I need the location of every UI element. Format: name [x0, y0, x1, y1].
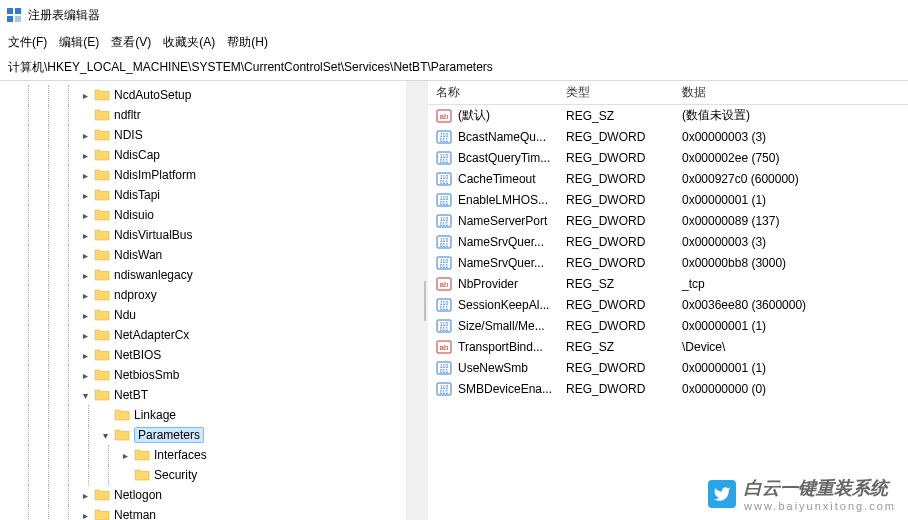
svg-text:ab: ab [440, 112, 449, 121]
tree-item[interactable]: Security [0, 465, 422, 485]
chevron-right-icon[interactable]: ▸ [118, 448, 132, 462]
value-data: 0x00000001 (1) [674, 319, 908, 333]
chevron-right-icon[interactable]: ▸ [78, 328, 92, 342]
value-row[interactable]: 110011NameSrvQuer...REG_DWORD0x00000bb8 … [428, 252, 908, 273]
tree-label: NcdAutoSetup [114, 88, 191, 102]
value-row[interactable]: 110011Size/Small/Me...REG_DWORD0x0000000… [428, 315, 908, 336]
tree-item[interactable]: ▸Interfaces [0, 445, 422, 465]
tree-pane[interactable]: ▸NcdAutoSetupndfltr▸NDIS▸NdisCap▸NdisImP… [0, 81, 422, 520]
svg-text:ab: ab [440, 280, 449, 289]
folder-icon [134, 447, 150, 463]
value-row[interactable]: abNbProviderREG_SZ_tcp [428, 273, 908, 294]
chevron-right-icon[interactable]: ▸ [78, 268, 92, 282]
tree-item[interactable]: ▾Parameters [0, 425, 422, 445]
col-type[interactable]: 类型 [558, 84, 674, 101]
value-name: BcastNameQu... [458, 130, 546, 144]
binary-value-icon: 110011 [436, 171, 452, 187]
svg-text:011: 011 [440, 305, 449, 311]
chevron-right-icon[interactable]: ▸ [78, 368, 92, 382]
value-type: REG_DWORD [558, 256, 674, 270]
tree-item[interactable]: ▸NdisWan [0, 245, 422, 265]
tree-item[interactable]: ▾NetBT [0, 385, 422, 405]
value-data: 0x00000000 (0) [674, 382, 908, 396]
value-row[interactable]: 110011NameSrvQuer...REG_DWORD0x00000003 … [428, 231, 908, 252]
menu-edit[interactable]: 编辑(E) [59, 34, 99, 51]
tree-item[interactable]: ▸Ndisuio [0, 205, 422, 225]
chevron-down-icon[interactable]: ▾ [78, 388, 92, 402]
menu-fav[interactable]: 收藏夹(A) [163, 34, 215, 51]
list-pane[interactable]: 名称 类型 数据 ab(默认)REG_SZ(数值未设置)110011BcastN… [428, 81, 908, 520]
watermark: 白云一键重装系统 www.baiyunxitong.com [708, 476, 896, 512]
tree-item[interactable]: ▸NdisImPlatform [0, 165, 422, 185]
watermark-text: 白云一键重装系统 www.baiyunxitong.com [744, 476, 896, 512]
chevron-right-icon[interactable]: ▸ [78, 148, 92, 162]
tree-item[interactable]: ▸Netman [0, 505, 422, 520]
value-name-cell: 110011BcastQueryTim... [428, 150, 558, 166]
folder-icon [94, 247, 110, 263]
value-data: (数值未设置) [674, 107, 908, 124]
tree-item[interactable]: ▸NdisCap [0, 145, 422, 165]
tree-item[interactable]: ▸Netlogon [0, 485, 422, 505]
col-name[interactable]: 名称 [428, 84, 558, 101]
binary-value-icon: 110011 [436, 318, 452, 334]
tree-item[interactable]: ▸NetAdapterCx [0, 325, 422, 345]
chevron-right-icon[interactable]: ▸ [78, 248, 92, 262]
value-row[interactable]: ab(默认)REG_SZ(数值未设置) [428, 105, 908, 126]
value-name: BcastQueryTim... [458, 151, 550, 165]
value-row[interactable]: 110011BcastQueryTim...REG_DWORD0x000002e… [428, 147, 908, 168]
value-row[interactable]: 110011SessionKeepAl...REG_DWORD0x0036ee8… [428, 294, 908, 315]
menu-help[interactable]: 帮助(H) [227, 34, 268, 51]
tree-label: ndproxy [114, 288, 157, 302]
menu-view[interactable]: 查看(V) [111, 34, 151, 51]
chevron-right-icon[interactable]: ▸ [78, 208, 92, 222]
tree-item[interactable]: ▸ndiswanlegacy [0, 265, 422, 285]
chevron-right-icon[interactable]: ▸ [78, 188, 92, 202]
value-name: CacheTimeout [458, 172, 536, 186]
value-name-cell: 110011NameServerPort [428, 213, 558, 229]
value-data: 0x0036ee80 (3600000) [674, 298, 908, 312]
tree-label: Ndu [114, 308, 136, 322]
value-row[interactable]: 110011SMBDeviceEna...REG_DWORD0x00000000… [428, 378, 908, 399]
value-row[interactable]: abTransportBind...REG_SZ\Device\ [428, 336, 908, 357]
chevron-right-icon[interactable]: ▸ [78, 88, 92, 102]
value-type: REG_DWORD [558, 151, 674, 165]
chevron-right-icon[interactable]: ▸ [78, 168, 92, 182]
chevron-right-icon[interactable]: ▸ [78, 308, 92, 322]
chevron-right-icon[interactable]: ▸ [78, 488, 92, 502]
tree-item[interactable]: ▸NcdAutoSetup [0, 85, 422, 105]
address-bar[interactable]: 计算机\HKEY_LOCAL_MACHINE\SYSTEM\CurrentCon… [0, 55, 908, 81]
value-row[interactable]: 110011BcastNameQu...REG_DWORD0x00000003 … [428, 126, 908, 147]
folder-icon [114, 407, 130, 423]
tree-label: NdisCap [114, 148, 160, 162]
tree-item[interactable]: ▸NetBIOS [0, 345, 422, 365]
col-data[interactable]: 数据 [674, 84, 908, 101]
chevron-right-icon[interactable]: ▸ [78, 508, 92, 520]
chevron-down-icon[interactable]: ▾ [98, 428, 112, 442]
value-row[interactable]: 110011CacheTimeoutREG_DWORD0x000927c0 (6… [428, 168, 908, 189]
tree-item[interactable]: ndfltr [0, 105, 422, 125]
value-name: NameSrvQuer... [458, 235, 544, 249]
tree-item[interactable]: ▸Ndu [0, 305, 422, 325]
tree-item[interactable]: ▸ndproxy [0, 285, 422, 305]
value-row[interactable]: 110011EnableLMHOS...REG_DWORD0x00000001 … [428, 189, 908, 210]
value-row[interactable]: 110011UseNewSmbREG_DWORD0x00000001 (1) [428, 357, 908, 378]
chevron-right-icon[interactable]: ▸ [78, 128, 92, 142]
svg-rect-1 [15, 8, 21, 14]
chevron-right-icon[interactable]: ▸ [78, 288, 92, 302]
regedit-icon [6, 7, 22, 23]
value-row[interactable]: 110011NameServerPortREG_DWORD0x00000089 … [428, 210, 908, 231]
tree-item[interactable]: ▸NdisVirtualBus [0, 225, 422, 245]
tree-item[interactable]: ▸NetbiosSmb [0, 365, 422, 385]
tree-item[interactable]: Linkage [0, 405, 422, 425]
chevron-right-icon[interactable]: ▸ [78, 228, 92, 242]
value-type: REG_SZ [558, 109, 674, 123]
tree-label: NdisVirtualBus [114, 228, 192, 242]
svg-text:011: 011 [440, 389, 449, 395]
tree-item[interactable]: ▸NdisTapi [0, 185, 422, 205]
tree-item[interactable]: ▸NDIS [0, 125, 422, 145]
chevron-right-icon[interactable]: ▸ [78, 348, 92, 362]
value-data: 0x00000003 (3) [674, 235, 908, 249]
tree-scrollbar[interactable] [406, 81, 422, 520]
value-name: TransportBind... [458, 340, 543, 354]
menu-file[interactable]: 文件(F) [8, 34, 47, 51]
